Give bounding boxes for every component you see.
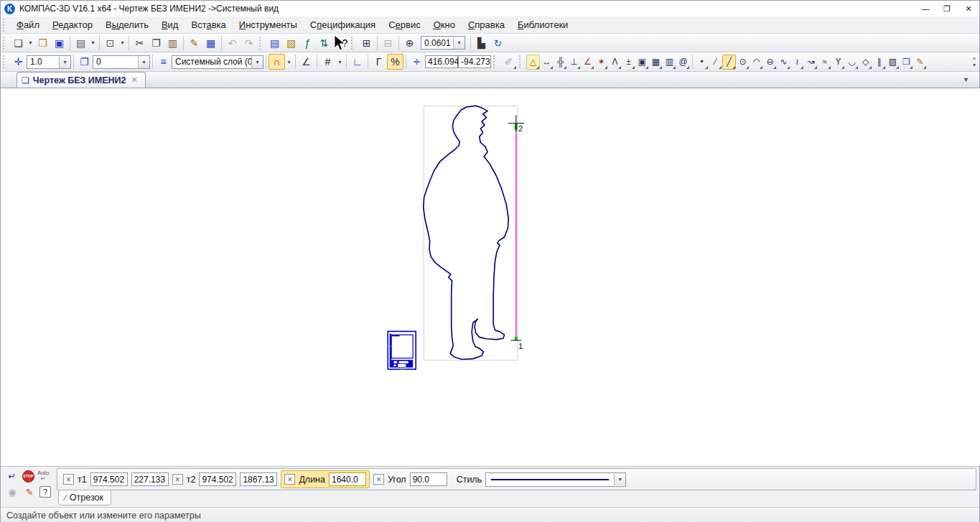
restore-button[interactable]: ❐: [936, 1, 958, 17]
panel-parametrization-button[interactable]: ∠: [581, 55, 594, 70]
silhouette-outline[interactable]: [424, 106, 509, 359]
toolbar-grip[interactable]: [493, 55, 498, 68]
overflow-more-icon[interactable]: »: [969, 55, 979, 62]
print-dropdown[interactable]: ▾: [89, 35, 97, 51]
print-preview-button[interactable]: ⊡: [102, 35, 118, 51]
t1-y-field[interactable]: 227.133: [131, 472, 169, 486]
tool-auxiliary-line-button[interactable]: ⁄: [709, 55, 722, 70]
tool-hatch-button[interactable]: ▨: [886, 55, 900, 70]
tab-list-button[interactable]: ▼: [963, 76, 969, 83]
tool-point-button[interactable]: •: [695, 55, 709, 70]
tool-spline-button[interactable]: ∿: [777, 55, 790, 70]
copy-button[interactable]: ❐: [148, 35, 164, 51]
toolbar-grip[interactable]: [259, 37, 263, 50]
panel-selection-button[interactable]: ±: [622, 55, 635, 70]
menu-item-8[interactable]: Сервис: [382, 17, 427, 32]
copy-properties-brush-button[interactable]: ✎: [22, 485, 37, 499]
menu-item-4[interactable]: Вид: [155, 17, 185, 32]
angle-field[interactable]: 90.0: [410, 472, 447, 486]
panel-specification-button[interactable]: ▥: [663, 55, 676, 70]
layer-combobox[interactable]: Системный слой (0) ▾: [172, 55, 263, 69]
overflow-options-icon[interactable]: ▾: [969, 62, 979, 68]
tool-fillet-button[interactable]: ◡: [845, 55, 859, 70]
panel-measurements-button[interactable]: Λ: [608, 55, 622, 70]
local-csys-button[interactable]: ∟: [349, 54, 365, 70]
rounding-button[interactable]: %: [387, 54, 403, 70]
length-checkbox[interactable]: ×: [284, 474, 295, 485]
tool-line-style-button[interactable]: ✎: [913, 55, 927, 70]
view-number-combobox[interactable]: 0 ▾: [93, 55, 150, 69]
chevron-down-icon[interactable]: ▾: [138, 56, 149, 68]
minimize-button[interactable]: —: [915, 1, 936, 17]
tool-boolean-button[interactable]: ❒: [900, 55, 913, 70]
chevron-down-icon[interactable]: ▾: [251, 56, 263, 68]
menu-item-3[interactable]: Выделить: [99, 17, 155, 32]
menu-item-6[interactable]: Инструменты: [233, 17, 304, 32]
panel-views-button[interactable]: ▣: [635, 55, 649, 70]
auto-create-button[interactable]: Auto ↵: [37, 470, 49, 482]
menubar-grip[interactable]: [3, 19, 7, 32]
interrupt-command-button[interactable]: STOP: [22, 470, 34, 483]
panel-inserts-button[interactable]: ▦: [649, 55, 663, 70]
menu-item-9[interactable]: Окно: [427, 17, 462, 32]
fit-document-button[interactable]: ▙: [473, 35, 490, 51]
tool-equidistant-button[interactable]: ∥: [872, 55, 886, 70]
chevron-down-icon[interactable]: ▾: [614, 473, 625, 485]
save-document-button[interactable]: ▣: [51, 35, 67, 51]
new-document-dropdown[interactable]: ▾: [27, 35, 34, 51]
panel-reports-button[interactable]: @: [676, 55, 690, 70]
views-list-icon[interactable]: ❐: [76, 54, 93, 70]
help-button[interactable]: ?: [39, 486, 51, 498]
zoom-by-frame-button[interactable]: ⊞: [358, 35, 375, 51]
object-properties-button[interactable]: ▦: [202, 35, 219, 51]
toolbar1-grip[interactable]: [3, 37, 7, 50]
create-object-button[interactable]: ↵: [5, 469, 19, 483]
renumber-button[interactable]: ⇅: [316, 35, 332, 51]
line-style-combobox[interactable]: ▾: [485, 472, 626, 487]
grid-dropdown[interactable]: ▾: [336, 54, 344, 70]
panel-dimensions-button[interactable]: ↔: [540, 55, 554, 70]
tool-bezier-button[interactable]: ≀: [790, 55, 804, 70]
panel-designations-psp-button[interactable]: ⊥: [567, 55, 581, 70]
insert-fragment-button[interactable]: ▧: [283, 35, 299, 51]
menu-item-10[interactable]: Справка: [462, 17, 511, 32]
t1-checkbox[interactable]: ×: [63, 474, 74, 485]
phantom-segment[interactable]: [515, 124, 518, 340]
tool-continuous-input-button[interactable]: ↝: [804, 55, 818, 70]
panel-geometry-button[interactable]: △: [526, 55, 540, 70]
t2-checkbox[interactable]: ×: [172, 474, 183, 485]
tool-chamfer-button[interactable]: Y: [831, 55, 845, 70]
process-tab-segment[interactable]: ∕ Отрезок: [58, 490, 111, 505]
tool-ellipse-button[interactable]: ⊖: [763, 55, 777, 70]
menu-item-5[interactable]: Вставка: [185, 17, 232, 32]
chevron-down-icon[interactable]: ▾: [453, 37, 465, 49]
cursor-y-field[interactable]: -94.273: [458, 55, 491, 68]
length-field[interactable]: 1640.0: [329, 472, 366, 486]
cut-button[interactable]: ✂: [131, 35, 148, 51]
functions-button[interactable]: ƒ: [299, 35, 316, 51]
open-document-button[interactable]: ❒: [34, 35, 51, 51]
step-combobox[interactable]: 1.0 ▾: [27, 55, 71, 69]
angle-snap-button[interactable]: ∠: [298, 54, 314, 70]
menu-item-2[interactable]: Редактор: [46, 17, 99, 32]
tool-arc-button[interactable]: ◠: [750, 55, 763, 70]
menu-item-11[interactable]: Библиотеки: [511, 17, 574, 32]
tool-segment-button[interactable]: ╱: [722, 55, 736, 70]
refresh-view-button[interactable]: ↻: [490, 35, 506, 51]
toolbar-grip[interactable]: [351, 37, 355, 50]
toolbar-overflow[interactable]: » ▾: [969, 55, 979, 68]
cursor-x-field[interactable]: 416.094: [425, 55, 458, 68]
compact-panel-grip[interactable]: [519, 55, 523, 68]
grid-button[interactable]: #: [319, 54, 336, 70]
t1-x-field[interactable]: 974.502: [90, 472, 128, 486]
zoom-scale-combobox[interactable]: 0.0601 ▾: [421, 36, 465, 50]
current-step-icon[interactable]: ✛: [10, 54, 27, 70]
menu-item-1[interactable]: Файл: [10, 17, 46, 32]
zoom-in-button[interactable]: ⊕: [401, 35, 418, 51]
tool-polygon-button[interactable]: ◇: [859, 55, 872, 70]
t2-x-field[interactable]: 974.502: [199, 472, 236, 486]
drawing-canvas[interactable]: 2 1: [1, 88, 980, 466]
tool-curve-button[interactable]: ≈: [818, 55, 831, 70]
snap-magnet-button[interactable]: ∩: [269, 54, 285, 70]
print-preview-dropdown[interactable]: ▾: [118, 35, 126, 51]
